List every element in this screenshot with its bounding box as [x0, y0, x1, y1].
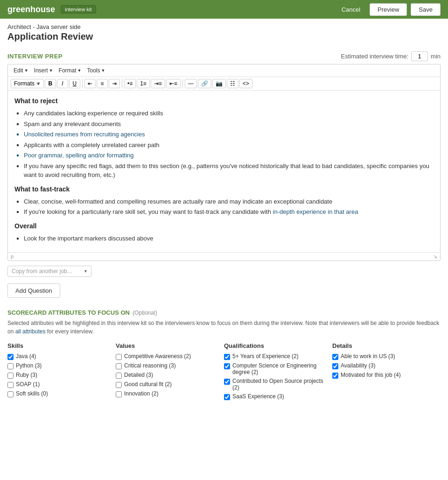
scorecard-title: SCORECARD ATTRIBUTES TO FOCUS ON	[7, 309, 130, 316]
logo: greenhouse	[7, 5, 55, 14]
toolbar-separator-1	[82, 79, 83, 88]
time-unit: min	[431, 53, 441, 60]
editor-menubar: Edit ▼ Insert ▼ Format ▼ Tools ▼	[8, 64, 440, 77]
section1-title: What to reject	[14, 96, 434, 106]
scorecard-description: Selected attributes will be highlighted …	[7, 319, 441, 336]
scorecard-item: Soft skills (0)	[7, 390, 111, 397]
soft-skills-checkbox[interactable]	[7, 391, 14, 397]
critical-checkbox[interactable]	[116, 363, 122, 369]
scorecard-item: 5+ Years of Experience (2)	[224, 353, 328, 360]
insert-menu-arrow: ▼	[49, 68, 53, 73]
list-item: Look for the important markers discussed…	[24, 234, 434, 243]
time-label: Estimated interview time:	[341, 53, 409, 60]
formats-dropdown-wrapper: Formats ▼	[11, 79, 44, 88]
insert-menu[interactable]: Insert ▼	[32, 66, 55, 75]
time-input[interactable]: 1	[411, 51, 428, 61]
format-menu[interactable]: Format ▼	[57, 66, 84, 75]
indent-button[interactable]: ⇥≡	[151, 79, 165, 88]
competitive-checkbox[interactable]	[116, 354, 122, 360]
soft-skills-label: Soft skills (0)	[16, 390, 48, 397]
list-item: Poor grammar, spelling and/or formatting	[24, 151, 434, 160]
header-actions: Cancel Preview Save	[336, 3, 441, 16]
list-item: Unsolicited resumes from recruiting agen…	[24, 130, 434, 139]
work-us-label: Able to work in US (3)	[341, 353, 395, 360]
open-source-checkbox[interactable]	[224, 379, 230, 385]
table-button[interactable]: ☷	[227, 79, 238, 88]
motivated-checkbox[interactable]	[332, 373, 338, 379]
code-button[interactable]: <>	[239, 79, 252, 88]
save-button[interactable]: Save	[411, 3, 441, 16]
scorecard-item: Able to work in US (3)	[332, 353, 436, 360]
section3-list: Look for the important markers discussed…	[24, 234, 434, 243]
scorecard-item: Competitive Awareness (2)	[116, 353, 219, 360]
motivated-label: Motivated for this job (4)	[341, 372, 401, 378]
cancel-button[interactable]: Cancel	[336, 4, 366, 15]
availability-checkbox[interactable]	[332, 363, 338, 369]
editor-body[interactable]: What to reject Any candidates lacking ex…	[8, 91, 440, 252]
list-item: If you have any specific red flags, add …	[24, 162, 434, 180]
toolbar-separator-2	[122, 79, 122, 88]
detailed-checkbox[interactable]	[116, 373, 122, 379]
availability-label: Availability (3)	[341, 362, 375, 369]
soap-checkbox[interactable]	[7, 382, 14, 388]
cultural-checkbox[interactable]	[116, 382, 122, 388]
copy-from-wrapper: Copy from another job...	[7, 266, 91, 277]
years-exp-label: 5+ Years of Experience (2)	[232, 353, 299, 360]
page-title: Application Review	[7, 31, 441, 42]
values-title: Values	[116, 342, 219, 349]
scorecard-item: Computer Science or Engineering degree (…	[224, 362, 328, 375]
section1-list: Any candidates lacking experience or req…	[24, 109, 434, 180]
resize-handle[interactable]: ↘	[433, 254, 437, 260]
editor-toolbar: Formats ▼ B I U ⇤ ≡ ⇥ •≡ 1≡ ⇥≡ ⇤≡ — 🔗	[8, 77, 440, 91]
details-column: Details Able to work in US (3) Availabil…	[332, 342, 441, 402]
scorecard-item: Innovation (2)	[116, 390, 219, 397]
interview-prep-section: INTERVIEW PREP Estimated interview time:…	[7, 51, 441, 277]
qualifications-column: Qualifications 5+ Years of Experience (2…	[224, 342, 332, 402]
outdent-button[interactable]: ⇤≡	[166, 79, 181, 88]
java-checkbox[interactable]	[7, 354, 14, 360]
cs-degree-label: Computer Science or Engineering degree (…	[232, 362, 328, 375]
preview-button[interactable]: Preview	[370, 3, 407, 16]
list-item: If you're looking for a particularly rar…	[24, 207, 434, 217]
work-us-checkbox[interactable]	[332, 354, 338, 360]
innovation-label: Innovation (2)	[124, 390, 158, 397]
section2-title: What to fast-track	[14, 184, 434, 194]
scorecard-item: SaaS Experience (3)	[224, 393, 328, 400]
cs-degree-checkbox[interactable]	[224, 363, 230, 369]
innovation-checkbox[interactable]	[116, 391, 122, 397]
link-button[interactable]: 🔗	[198, 79, 211, 88]
hr-button[interactable]: —	[185, 79, 197, 88]
saas-checkbox[interactable]	[224, 394, 230, 400]
years-exp-checkbox[interactable]	[224, 354, 230, 360]
interview-kit-badge: interview kit	[61, 5, 96, 14]
detailed-label: Detailed (3)	[124, 372, 153, 378]
edit-menu[interactable]: Edit ▼	[12, 66, 30, 75]
cultural-label: Good cultural fit (2)	[124, 381, 172, 388]
section2-list: Clear, concise, well-formatted and compe…	[24, 197, 434, 217]
ruby-checkbox[interactable]	[7, 373, 14, 379]
bullet-list-button[interactable]: •≡	[124, 79, 136, 88]
tools-menu[interactable]: Tools ▼	[85, 66, 107, 75]
bold-button[interactable]: B	[45, 79, 56, 88]
align-right-button[interactable]: ⇥	[109, 79, 120, 88]
list-item: Clear, concise, well-formatted and compe…	[24, 197, 434, 206]
details-title: Details	[332, 342, 436, 349]
all-attributes-link[interactable]: all attributes	[15, 328, 46, 335]
header: greenhouse interview kit Cancel Preview …	[0, 0, 448, 19]
underline-button[interactable]: U	[69, 79, 80, 88]
italic-button[interactable]: I	[57, 79, 68, 88]
values-column: Values Competitive Awareness (2) Critica…	[116, 342, 224, 402]
copy-from-row: Copy from another job...	[7, 266, 441, 277]
numbered-list-button[interactable]: 1≡	[137, 79, 150, 88]
align-center-button[interactable]: ≡	[97, 79, 108, 88]
image-button[interactable]: 📷	[212, 79, 226, 88]
skills-column: Skills Java (4) Python (3) Ruby (3) SOAP…	[7, 342, 116, 402]
copy-from-select[interactable]: Copy from another job...	[7, 266, 91, 277]
python-checkbox[interactable]	[7, 363, 14, 369]
scorecard-item: Detailed (3)	[116, 372, 219, 379]
add-question-button[interactable]: Add Question	[7, 283, 60, 298]
scorecard-item: Java (4)	[7, 353, 111, 360]
formats-dropdown[interactable]: Formats ▼	[11, 79, 44, 88]
align-left-button[interactable]: ⇤	[84, 79, 96, 88]
editor-footer: p ↘	[8, 252, 440, 261]
